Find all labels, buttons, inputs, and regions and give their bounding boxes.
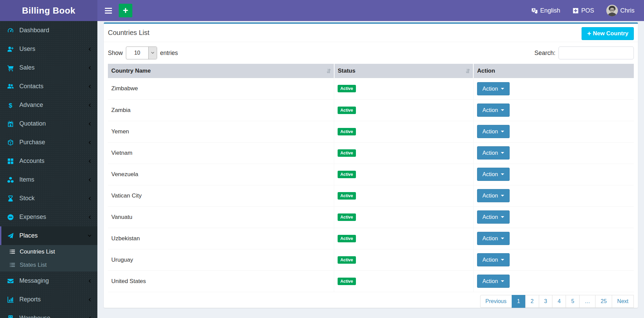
countries-panel: Countries List + New Country Show 10 ent… (104, 22, 638, 308)
angle-left-icon (87, 159, 92, 164)
page-button-previous[interactable]: Previous (480, 295, 512, 308)
sidebar-toggle-button[interactable] (103, 9, 113, 13)
grid-icon (7, 158, 14, 165)
page-button-1[interactable]: 1 (512, 295, 526, 308)
plus-icon: + (123, 5, 128, 16)
action-button[interactable]: Action (477, 104, 510, 117)
angle-left-icon (87, 47, 92, 52)
language-icon (531, 7, 538, 14)
sidebar: Dashboard Users Sales Contacts $ Advance (0, 21, 97, 318)
action-button[interactable]: Action (477, 232, 510, 245)
brand-text: Billing Book (22, 5, 76, 16)
pos-label: POS (581, 7, 594, 14)
angle-down-icon (87, 233, 92, 238)
sidebar-item-warehouse[interactable]: Warehouse (0, 309, 97, 318)
sidebar-item-advance[interactable]: $ Advance (0, 96, 97, 114)
action-button[interactable]: Action (477, 210, 510, 224)
sidebar-item-expenses[interactable]: Expenses (0, 208, 97, 226)
table-toolbar: Show 10 entries Search: (104, 42, 638, 64)
avatar (606, 5, 618, 16)
action-button[interactable]: Action (477, 82, 510, 95)
new-country-button[interactable]: + New Country (582, 27, 634, 40)
sidebar-item-stock[interactable]: Stock (0, 189, 97, 208)
page-button-4[interactable]: 4 (552, 295, 566, 308)
page-button-[interactable]: … (579, 295, 595, 308)
sidebar-item-quotation[interactable]: Quotation (0, 114, 97, 133)
sidebar-item-label: Expenses (19, 213, 46, 221)
page-button-2[interactable]: 2 (525, 295, 539, 308)
column-header-country-name[interactable]: Country Name (108, 64, 334, 78)
sidebar-item-contacts[interactable]: Contacts (0, 77, 97, 96)
sidebar-item-label: States List (20, 262, 46, 268)
sidebar-item-items[interactable]: Items (0, 170, 97, 189)
table-row: Zambia Active Action (108, 99, 634, 121)
sort-icon[interactable] (465, 68, 471, 74)
paper-plane-icon (7, 232, 14, 239)
app-logo[interactable]: Billing Book (0, 0, 97, 21)
action-button[interactable]: Action (477, 146, 510, 160)
action-button[interactable]: Action (477, 168, 510, 181)
user-name: Chris (620, 7, 634, 14)
sort-icon[interactable] (325, 68, 332, 74)
status-badge: Active (338, 235, 356, 242)
action-button[interactable]: Action (477, 125, 510, 138)
country-name-cell: Uruguay (108, 249, 334, 270)
cart-icon (7, 64, 14, 71)
status-badge: Active (338, 171, 356, 178)
cubes-icon (7, 176, 14, 183)
plus-square-icon (572, 7, 579, 14)
sidebar-item-label: Contacts (19, 83, 43, 90)
status-badge: Active (338, 85, 356, 92)
chevron-down-icon (148, 47, 157, 59)
caret-down-icon (501, 238, 504, 239)
caret-down-icon (501, 173, 504, 175)
quick-add-button[interactable]: + (119, 4, 132, 17)
angle-left-icon (87, 297, 92, 302)
angle-left-icon (87, 140, 92, 145)
table-row: Uzbekistan Active Action (108, 228, 634, 249)
search-label: Search: (534, 50, 555, 57)
page-button-5[interactable]: 5 (566, 295, 580, 308)
language-menu[interactable]: English (531, 7, 560, 14)
angle-left-icon (87, 66, 92, 70)
sidebar-item-label: Purchase (19, 139, 45, 146)
caret-down-icon (501, 280, 504, 282)
sidebar-item-places[interactable]: Places (0, 226, 97, 245)
user-menu[interactable]: Chris (606, 5, 634, 16)
action-button[interactable]: Action (477, 275, 510, 288)
sidebar-item-accounts[interactable]: Accounts (0, 152, 97, 170)
users-icon (7, 83, 14, 90)
sidebar-item-reports[interactable]: Reports (0, 290, 97, 309)
action-button[interactable]: Action (477, 253, 510, 266)
status-badge: Active (338, 256, 356, 264)
table-row: Yemen Active Action (108, 121, 634, 142)
top-navbar: Billing Book + English POS Chris (0, 0, 644, 21)
main-content: Countries List View/Search Countries Hom… (97, 0, 644, 308)
status-badge: Active (338, 213, 356, 221)
sidebar-item-purchase[interactable]: Purchase (0, 133, 97, 152)
caret-down-icon (501, 109, 504, 111)
country-name-cell: Uzbekistan (108, 228, 334, 249)
angle-left-icon (87, 196, 92, 201)
sidebar-item-sales[interactable]: Sales (0, 58, 97, 77)
action-button[interactable]: Action (477, 189, 510, 202)
user-plus-icon (7, 46, 14, 53)
page-button-3[interactable]: 3 (539, 295, 553, 308)
sidebar-item-users[interactable]: Users (0, 40, 97, 58)
entries-select[interactable]: 10 (126, 46, 157, 59)
sidebar-item-messaging[interactable]: Messaging (0, 272, 97, 290)
pos-button[interactable]: POS (572, 7, 594, 14)
column-header-status[interactable]: Status (334, 64, 474, 78)
plus-icon: + (587, 30, 591, 37)
page-button-25[interactable]: 25 (595, 295, 612, 308)
sidebar-item-states-list[interactable]: States List (0, 258, 97, 272)
angle-left-icon (87, 84, 92, 89)
search-input[interactable] (558, 46, 634, 59)
sidebar-item-countries-list[interactable]: Countries List (0, 245, 97, 258)
sidebar-item-dashboard[interactable]: Dashboard (0, 21, 97, 40)
page-button-next[interactable]: Next (612, 295, 634, 308)
angle-left-icon (87, 177, 92, 182)
sidebar-item-label: Places (19, 232, 38, 239)
angle-left-icon (87, 215, 92, 220)
navbar-right: English POS Chris (531, 0, 644, 21)
